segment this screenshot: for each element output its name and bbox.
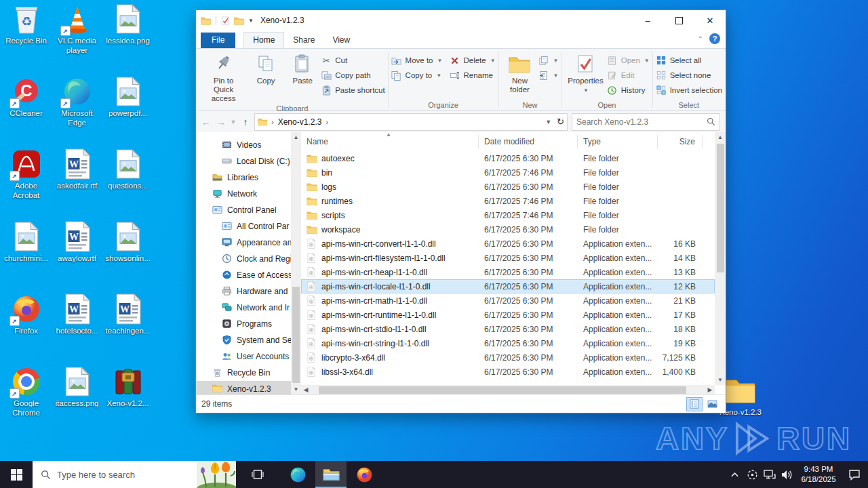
nav-item-clock-and-regi[interactable]: Clock and Regi <box>196 251 301 267</box>
seasonal-flowers-image[interactable] <box>197 461 236 488</box>
help-button[interactable]: ? <box>709 33 720 44</box>
back-button[interactable]: ← <box>199 117 214 127</box>
desktop-icon-vlc-media-player[interactable]: ↗VLC media player <box>52 3 102 75</box>
qat-newfolder-icon[interactable] <box>234 16 244 25</box>
scroll-up-icon[interactable]: ▲ <box>291 132 301 142</box>
nav-item-network[interactable]: Network <box>196 186 301 202</box>
file-row-scripts[interactable]: scripts6/17/2025 7:46 PMFile folder <box>301 208 715 222</box>
scroll-down-icon[interactable]: ▼ <box>715 375 726 385</box>
volume-icon[interactable] <box>778 461 796 488</box>
desktop-icon-firefox[interactable]: ↗Firefox <box>1 293 52 365</box>
file-row-workspace[interactable]: workspace6/17/2025 6:30 PMFile folder <box>301 222 715 237</box>
scrollbar-thumb[interactable] <box>717 144 724 272</box>
collapse-ribbon-chevron-icon[interactable]: ⌃ <box>698 35 703 43</box>
start-button[interactable] <box>0 461 33 488</box>
desktop-icon-microsoft-edge[interactable]: ↗Microsoft Edge <box>52 75 102 148</box>
details-view-button[interactable] <box>686 397 703 411</box>
up-button[interactable]: ↑ <box>238 117 253 127</box>
invert-selection-button[interactable]: Invert selection <box>656 83 722 98</box>
file-row-logs[interactable]: logs6/17/2025 6:30 PMFile folder <box>301 180 715 194</box>
file-row-runtimes[interactable]: runtimes6/17/2025 7:46 PMFile folder <box>301 194 715 208</box>
action-center-button[interactable] <box>841 461 868 488</box>
desktop-icon-lessidea-png[interactable]: lessidea.png <box>102 3 153 75</box>
nav-item-appearance-an[interactable]: Appearance an <box>196 235 301 251</box>
taskbar-edge-icon[interactable] <box>282 461 313 488</box>
desktop-icon-showsonlin[interactable]: showsonlin... <box>102 220 153 293</box>
delete-button[interactable]: Delete▼ <box>449 53 495 68</box>
horizontal-scrollbar[interactable]: ◀ ▶ <box>301 385 715 394</box>
copy-to-button[interactable]: Copy to▼ <box>391 68 443 83</box>
file-row-api-ms-win-crt-stdio-l1-1-0-dll[interactable]: api-ms-win-crt-stdio-l1-1-0.dll6/17/2025… <box>301 322 715 336</box>
desktop-icon-askedfair-rtf[interactable]: Waskedfair.rtf <box>52 148 102 220</box>
address-dropdown-chevron-icon[interactable]: ▼ <box>545 119 551 125</box>
breadcrumb-path[interactable]: Xeno-v1.2.3 <box>278 117 322 127</box>
taskbar-file-explorer-icon[interactable] <box>315 461 347 488</box>
file-row-api-ms-win-crt-heap-l1-1-0-dll[interactable]: api-ms-win-crt-heap-l1-1-0.dll6/17/2025 … <box>301 265 715 279</box>
desktop-icon-adobe-acrobat[interactable]: ↗Adobe Acrobat <box>1 148 52 220</box>
file-row-api-ms-win-crt-locale-l1-1-0-dll[interactable]: api-ms-win-crt-locale-l1-1-0.dll6/17/202… <box>301 279 715 293</box>
hidden-icons-chevron[interactable] <box>726 461 743 488</box>
column-header-type[interactable]: Type <box>578 135 658 148</box>
paste-shortcut-button[interactable]: Paste shortcut <box>321 83 385 98</box>
taskbar-firefox-icon[interactable] <box>349 461 380 488</box>
thumbnail-view-button[interactable] <box>704 397 720 411</box>
open-button[interactable]: Open▼ <box>607 53 650 68</box>
file-row-api-ms-win-crt-convert-l1-1-0-dll[interactable]: api-ms-win-crt-convert-l1-1-0.dll6/17/20… <box>301 237 715 251</box>
taskbar-search-input[interactable]: Type here to search <box>33 461 236 488</box>
nav-item-programs[interactable]: Programs <box>196 316 301 332</box>
file-row-api-ms-win-crt-filesystem-l1-1-0-dll[interactable]: api-ms-win-crt-filesystem-l1-1-0.dll6/17… <box>301 251 715 265</box>
history-button[interactable]: History <box>607 83 650 98</box>
new-folder-button[interactable]: New folder <box>501 49 538 95</box>
nav-item-libraries[interactable]: Libraries <box>196 169 301 186</box>
file-row-autoexec[interactable]: autoexec6/17/2025 6:30 PMFile folder <box>301 151 715 165</box>
nav-item-user-accounts[interactable]: User Accounts <box>196 348 301 365</box>
nav-item-ease-of-access[interactable]: Ease of Access <box>196 267 301 283</box>
file-row-libssl-3-x64-dll[interactable]: libssl-3-x64.dll6/17/2025 6:30 PMApplica… <box>301 365 715 379</box>
column-header-size[interactable]: Size <box>658 135 703 148</box>
nav-item-local-disk-c[interactable]: Local Disk (C:) <box>196 153 301 169</box>
rename-button[interactable]: Rename <box>449 68 495 83</box>
move-to-button[interactable]: Move to▼ <box>391 53 443 68</box>
refresh-icon[interactable]: ↻ <box>557 117 564 127</box>
tab-home[interactable]: Home <box>243 32 284 48</box>
desktop-icon-xeno-v1-2[interactable]: Xeno-v1.2... <box>102 365 153 438</box>
nav-item-recycle-bin[interactable]: ♻Recycle Bin <box>196 365 301 381</box>
desktop-icon-teachingen[interactable]: Wteachingen... <box>102 293 153 365</box>
nav-item-all-control-par[interactable]: All Control Par <box>196 218 301 235</box>
paste-button[interactable]: Paste <box>284 49 321 86</box>
scroll-left-icon[interactable]: ◀ <box>301 386 311 393</box>
scroll-down-icon[interactable]: ▼ <box>291 384 301 394</box>
title-bar[interactable]: ▼ Xeno-v1.2.3 – ✕ <box>196 10 726 30</box>
file-row-api-ms-win-crt-string-l1-1-0-dll[interactable]: api-ms-win-crt-string-l1-1-0.dll6/17/202… <box>301 336 715 350</box>
file-row-api-ms-win-crt-runtime-l1-1-0-dll[interactable]: api-ms-win-crt-runtime-l1-1-0.dll6/17/20… <box>301 308 715 322</box>
file-row-api-ms-win-crt-math-l1-1-0-dll[interactable]: api-ms-win-crt-math-l1-1-0.dll6/17/2025 … <box>301 293 715 308</box>
tab-share[interactable]: Share <box>284 33 323 48</box>
file-row-libcrypto-3-x64-dll[interactable]: libcrypto-3-x64.dll6/17/2025 6:30 PMAppl… <box>301 350 715 365</box>
cut-button[interactable]: ✂Cut <box>321 53 385 68</box>
qat-properties-icon[interactable] <box>221 16 230 25</box>
minimize-button[interactable]: – <box>632 10 663 30</box>
nav-item-hardware-and[interactable]: Hardware and <box>196 283 301 300</box>
nav-item-xeno-v1-2-3[interactable]: Xeno-v1.2.3 <box>196 381 301 394</box>
copy-button[interactable]: Copy <box>248 49 284 86</box>
copy-path-button[interactable]: Copy path <box>321 68 385 83</box>
select-none-button[interactable]: Select none <box>656 68 722 83</box>
new-item-button[interactable]: ▼ <box>538 53 558 68</box>
qat-customize-chevron-icon[interactable]: ▼ <box>248 18 254 24</box>
task-view-button[interactable] <box>242 461 273 488</box>
desktop-icon-awaylow-rtf[interactable]: Wawaylow.rtf <box>52 220 102 293</box>
nav-item-system-and-sec[interactable]: System and Sec <box>196 332 301 348</box>
desktop-icon-google-chrome[interactable]: ↗Google Chrome <box>1 365 52 438</box>
breadcrumb-chevron-icon[interactable]: › <box>326 118 328 126</box>
pin-to-quick-access-button[interactable]: Pin to Quick access <box>199 49 248 104</box>
desktop-icon-powerpdf[interactable]: powerpdf... <box>102 75 153 148</box>
scroll-up-icon[interactable]: ▲ <box>715 132 726 142</box>
maximize-button[interactable] <box>663 10 694 30</box>
taskbar-clock[interactable]: 9:43 PM 6/18/2025 <box>796 464 841 485</box>
desktop-icon-ccleaner[interactable]: C↗CCleaner <box>1 75 52 148</box>
desktop-icon-recycle-bin[interactable]: ♻Recycle Bin <box>1 3 52 75</box>
select-all-button[interactable]: Select all <box>656 53 722 68</box>
edit-button[interactable]: Edit <box>607 68 650 83</box>
tab-file[interactable]: File <box>201 33 235 48</box>
search-icon[interactable] <box>707 117 715 126</box>
